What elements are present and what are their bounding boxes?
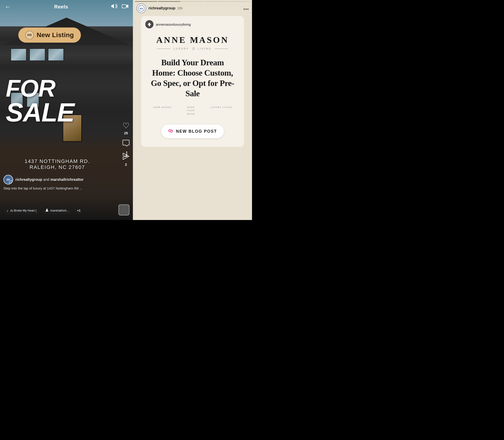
address-container: 1437 NOTTINGHAM RD. RALEIGH, NC 27607 xyxy=(0,158,115,170)
subtitle-home-icon xyxy=(192,47,195,51)
story-account-name[interactable]: richrealtygroup xyxy=(149,6,175,10)
shared-card-avatar xyxy=(145,20,153,28)
story-avatar[interactable]: RR xyxy=(136,3,146,13)
anne-mason-brand: ANNE MASON LUXURY LIVING xyxy=(145,35,240,51)
headline-text: Build Your Dream Home: Choose Custom, Go… xyxy=(150,57,235,99)
svg-point-8 xyxy=(245,9,247,10)
svg-point-7 xyxy=(244,9,245,10)
primary-account[interactable]: richrealtygroup xyxy=(15,178,42,181)
account-and: and xyxy=(43,178,50,181)
svg-rect-0 xyxy=(122,5,126,8)
anne-mason-title: ANNE MASON xyxy=(145,35,240,45)
footer-label-text-3: LUXURY LIVING xyxy=(211,106,232,109)
svg-rect-10 xyxy=(149,25,150,26)
action-buttons: ♡ 25 2 xyxy=(123,121,129,166)
svg-text:RR: RR xyxy=(140,7,143,10)
footer-label-1: ANNE MASON xyxy=(153,106,172,115)
footer-labels: ANNE MASON MAKEYOURMOVE LUXURY LIVING xyxy=(145,106,240,115)
main-headline: Build Your Dream Home: Choose Custom, Go… xyxy=(150,57,235,99)
svg-point-4 xyxy=(46,209,48,210)
link-icon xyxy=(168,128,173,135)
shared-card-name[interactable]: annemasonluxuryliving xyxy=(156,22,191,26)
person-label: marshallrich... xyxy=(50,209,69,212)
svg-point-1 xyxy=(126,152,127,153)
reels-title: Reels xyxy=(54,4,68,10)
footer-label-text-1: ANNE MASON xyxy=(153,106,172,109)
badge-label: New Listing xyxy=(37,31,74,39)
bottom-tags: ♪ Ju Broke My Heart ( marshallrich... +1 xyxy=(3,207,116,214)
more-options-button[interactable] xyxy=(124,151,129,158)
story-more-button[interactable] xyxy=(244,5,249,11)
music-tag[interactable]: ♪ Ju Broke My Heart ( xyxy=(3,207,40,214)
address-line2: RALEIGH, NC 27607 xyxy=(0,164,115,170)
new-listing-badge[interactable]: RR New Listing xyxy=(18,28,81,43)
for-text: FOR xyxy=(6,77,74,100)
story-panel: RR richrealtygroup 15h annemasonluxuryli xyxy=(133,0,252,220)
sale-text: SALE xyxy=(6,100,74,125)
share-count: 2 xyxy=(125,163,127,166)
top-icons xyxy=(111,4,128,10)
plus-badge[interactable]: +1 xyxy=(74,207,83,214)
shared-card-header: annemasonluxuryliving xyxy=(145,20,240,28)
svg-point-9 xyxy=(247,9,249,10)
video-thumbnail[interactable] xyxy=(118,205,129,215)
story-avatar-inner: RR xyxy=(137,4,146,12)
bottom-info: RR R richrealtygroup and marshallrichrea… xyxy=(3,175,116,190)
footer-label-text-2: MAKEYOURMOVE xyxy=(187,106,195,115)
story-time: 15h xyxy=(177,6,182,10)
reels-panel: ← Reels RR New Listing xyxy=(0,0,133,220)
like-button[interactable]: ♡ 25 xyxy=(123,121,129,135)
account-names: richrealtygroup and marshallrichrealtor xyxy=(15,178,84,182)
account-row: RR R richrealtygroup and marshallrichrea… xyxy=(3,175,116,184)
person-tag[interactable]: marshallrich... xyxy=(42,207,72,214)
svg-point-2 xyxy=(126,153,127,155)
blog-post-button[interactable]: NEW BLOG POST xyxy=(161,125,224,138)
secondary-account[interactable]: marshallrichrealtor xyxy=(50,178,84,181)
address-line1: 1437 NOTTINGHAM RD. xyxy=(0,158,115,164)
comment-button[interactable] xyxy=(123,139,129,148)
shared-card: annemasonluxuryliving ANNE MASON LUXURY … xyxy=(141,16,244,147)
back-button[interactable]: ← xyxy=(5,3,11,11)
footer-label-2: MAKEYOURMOVE xyxy=(187,106,195,115)
subtitle-luxury: LUXURY xyxy=(173,47,189,50)
volume-icon[interactable] xyxy=(111,4,117,10)
avatar: RR R xyxy=(3,175,13,184)
footer-label-3: LUXURY LIVING xyxy=(211,106,232,115)
music-icon: ♪ xyxy=(7,209,8,212)
badge-logo: RR xyxy=(25,31,34,40)
subtitle-line-right xyxy=(214,49,228,49)
subtitle-living: LIVING xyxy=(198,47,212,50)
avatar-badge: R xyxy=(9,180,13,184)
comment-icon xyxy=(123,139,129,148)
story-header: RR richrealtygroup 15h xyxy=(133,2,252,14)
caption: Step into the lap of luxury at 1437 Nott… xyxy=(3,186,116,190)
subtitle-line-left xyxy=(157,49,171,49)
blog-btn-text: NEW BLOG POST xyxy=(176,129,217,134)
anne-mason-subtitle: LUXURY LIVING xyxy=(145,47,240,51)
person-icon xyxy=(45,208,49,212)
heart-icon: ♡ xyxy=(123,121,129,130)
top-bar: ← Reels xyxy=(0,0,133,14)
music-label: Ju Broke My Heart ( xyxy=(10,209,37,212)
like-count: 25 xyxy=(124,131,128,135)
for-sale-text: FOR SALE xyxy=(6,77,74,125)
svg-point-3 xyxy=(126,155,127,156)
camera-icon[interactable] xyxy=(122,4,128,10)
